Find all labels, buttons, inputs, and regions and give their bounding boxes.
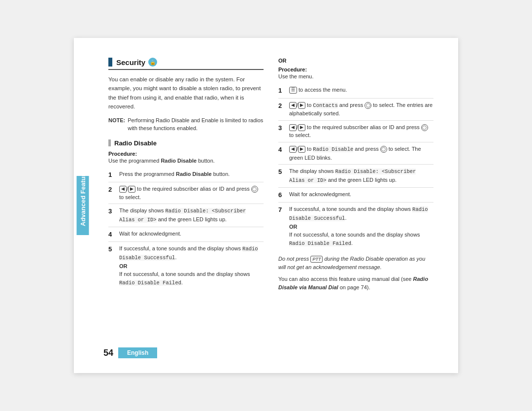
right-step-2: 2 ◀/▶ to Contacts and press ◯ to select.… [278, 99, 433, 121]
left-step-4: 4 Wait for acknowledgment. [108, 227, 264, 242]
step-number: 5 [108, 244, 115, 254]
subsection-heading: Radio Disable [108, 139, 264, 147]
right-step-7: 7 If successful, a tone sounds and the d… [278, 203, 433, 250]
subsection-bar [108, 139, 111, 146]
note-block: NOTE: Performing Radio Disable and Enabl… [108, 116, 264, 133]
step-content: The display shows Radio Disable: <Subscr… [289, 167, 433, 185]
step-number: 2 [278, 101, 285, 111]
ok-button-icon: ◯ [365, 102, 371, 109]
or-label: OR [119, 263, 128, 269]
step-number: 4 [108, 230, 115, 240]
step-content: If successful, a tone sounds and the dis… [119, 244, 264, 287]
right-step-5: 5 The display shows Radio Disable: <Subs… [278, 165, 433, 188]
intro-text: You can enable or disable any radio in t… [108, 75, 264, 111]
right-step-4: 4 ◀/▶ to Radio Disable and press ◯ to se… [278, 142, 433, 165]
left-procedure-subtext: Use the programmed Radio Disable button. [108, 158, 264, 164]
nav-right-icon: ▶ [298, 124, 305, 131]
page-footer: 54 English [74, 347, 458, 358]
left-step-5: 5 If successful, a tone sounds and the d… [108, 242, 264, 289]
nav-left-icon: ◀ [119, 186, 127, 193]
language-badge: English [118, 347, 157, 358]
right-step-3: 3 ◀/▶ to the required subscriber alias o… [278, 121, 433, 142]
step-content: ◀/▶ to Contacts and press ◯ to select. T… [289, 101, 433, 118]
nav-left-icon: ◀ [289, 102, 297, 109]
right-step-6: 6 Wait for acknowledgment. [278, 188, 433, 203]
nav-left-icon: ◀ [289, 124, 297, 131]
ok-button-icon: ◯ [380, 146, 387, 153]
step-number: 1 [108, 170, 115, 180]
step-content: ◀/▶ to Radio Disable and press ◯ to sele… [289, 145, 433, 162]
menu-button-icon: ☰ [289, 87, 297, 94]
step-content: ◀/▶ to the required subscriber alias or … [289, 123, 433, 139]
right-steps-list: 1 ☰ to access the menu. 2 ◀/▶ to Contact… [278, 83, 433, 250]
section-heading-bar [108, 58, 112, 67]
step-number: 4 [278, 145, 285, 155]
ok-button-icon: ◯ [421, 124, 428, 131]
step-number: 6 [278, 190, 285, 200]
right-procedure-subtext: Use the menu. [278, 73, 433, 79]
nav-right-icon: ▶ [128, 186, 135, 193]
italic-note: Do not press PTT during the Radio Disabl… [278, 255, 433, 271]
right-or-label: OR [278, 58, 433, 64]
step-content: Wait for acknowledgment. [119, 230, 264, 238]
page-number: 54 [103, 348, 113, 358]
nav-right-icon: ▶ [298, 146, 305, 153]
right-step-1: 1 ☰ to access the menu. [278, 83, 433, 99]
ptt-button-icon: PTT [310, 256, 323, 263]
note-label: NOTE: [108, 116, 125, 133]
section-heading: Security 🔒 [108, 58, 264, 70]
or-label: OR [289, 224, 298, 230]
left-steps-list: 1 Press the programmed Radio Disable but… [108, 168, 264, 290]
nav-right-icon: ▶ [298, 102, 305, 109]
page: Advanced Features Security 🔒 You can ena… [74, 38, 458, 373]
content-area: Security 🔒 You can enable or disable any… [108, 58, 433, 294]
step-content: ◀/▶ to the required subscriber alias or … [119, 185, 264, 201]
step-number: 5 [278, 167, 285, 177]
step-number: 7 [278, 205, 285, 215]
right-procedure-label: Procedure: [278, 67, 433, 72]
note-content: Performing Radio Disable and Enable is l… [128, 116, 264, 133]
step-content: The display shows Radio Disable: <Subscr… [119, 206, 264, 224]
step-number: 3 [108, 206, 115, 216]
left-step-3: 3 The display shows Radio Disable: <Subs… [108, 204, 264, 227]
sidebar-label: Advanced Features [77, 176, 89, 235]
step-number: 3 [278, 123, 285, 133]
step-content: If successful, a tone sounds and the dis… [289, 205, 433, 247]
left-step-2: 2 ◀/▶ to the required subscriber alias o… [108, 182, 264, 204]
left-procedure-label: Procedure: [108, 151, 264, 157]
section-title: Security [116, 58, 145, 67]
nav-left-icon: ◀ [289, 146, 297, 153]
left-column: Security 🔒 You can enable or disable any… [108, 58, 264, 294]
security-icon: 🔒 [148, 58, 157, 67]
right-column: OR Procedure: Use the menu. 1 ☰ to acces… [278, 58, 433, 294]
left-step-1: 1 Press the programmed Radio Disable but… [108, 168, 264, 183]
step-content: Wait for acknowledgment. [289, 190, 433, 199]
manual-dial-note: You can also access this feature using m… [278, 275, 433, 291]
step-content: ☰ to access the menu. [289, 86, 433, 94]
ok-button-icon: ◯ [251, 186, 258, 193]
step-number: 1 [278, 86, 285, 96]
step-content: Press the programmed Radio Disable butto… [119, 170, 264, 178]
step-number: 2 [108, 185, 115, 195]
subsection-title: Radio Disable [114, 139, 157, 147]
